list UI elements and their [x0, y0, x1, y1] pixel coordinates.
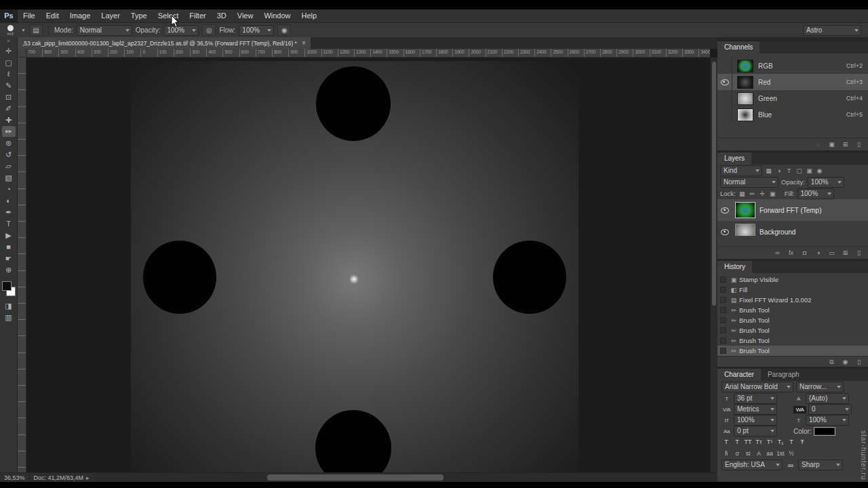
- filter-pixel-icon[interactable]: ▦: [765, 167, 772, 174]
- history-source-checkbox[interactable]: [717, 307, 728, 313]
- marquee-tool[interactable]: ▢: [2, 57, 16, 68]
- menu-3d[interactable]: 3D: [212, 9, 232, 22]
- history-source-checkbox[interactable]: [717, 348, 728, 354]
- contextual-alternates-button[interactable]: σ: [732, 449, 742, 458]
- history-step[interactable]: ◧Fill: [717, 285, 868, 295]
- horizontal-scrollbar-thumb[interactable]: [267, 474, 443, 481]
- visibility-cell[interactable]: [719, 229, 731, 235]
- leading-select[interactable]: (Auto): [806, 393, 849, 404]
- standard-ligatures-button[interactable]: fi: [722, 449, 731, 458]
- zoom-tool[interactable]: ⊕: [2, 264, 16, 275]
- history-source-checkbox[interactable]: [717, 327, 728, 333]
- vertical-scrollbar-thumb[interactable]: [712, 62, 716, 306]
- vertical-scale-field[interactable]: 100%: [734, 415, 777, 426]
- hand-tool[interactable]: ☛: [2, 253, 16, 264]
- discretionary-ligatures-button[interactable]: st: [743, 449, 753, 458]
- font-size-select[interactable]: 36 pt: [734, 393, 777, 404]
- filter-type-icon[interactable]: T: [785, 167, 793, 174]
- tab-layers[interactable]: Layers: [717, 152, 751, 165]
- airbrush-icon[interactable]: ◉: [277, 24, 291, 36]
- filter-shape-icon[interactable]: ▢: [795, 167, 803, 174]
- layer-style-icon[interactable]: fx: [787, 249, 795, 256]
- new-document-from-state-icon[interactable]: ⧉: [828, 359, 835, 366]
- stylistic-alternates-button[interactable]: aa: [765, 449, 774, 458]
- history-source-checkbox[interactable]: [717, 338, 728, 344]
- history-source-checkbox[interactable]: [717, 277, 728, 283]
- history-step[interactable]: ✏Brush Tool: [717, 315, 868, 325]
- visibility-cell[interactable]: [717, 106, 732, 123]
- menu-edit[interactable]: Edit: [41, 9, 64, 22]
- workspace-select[interactable]: Astro: [803, 25, 861, 36]
- brush-tool[interactable]: ✏: [2, 126, 16, 137]
- history-brush-tool[interactable]: ↺: [2, 149, 16, 160]
- lock-position-icon[interactable]: ✛: [759, 190, 766, 197]
- clone-stamp-tool[interactable]: ⊛: [2, 138, 16, 148]
- foreground-color-swatch[interactable]: [2, 281, 12, 291]
- blend-mode-select[interactable]: Normal: [77, 25, 132, 36]
- menu-type[interactable]: Type: [125, 9, 153, 22]
- small-caps-button[interactable]: Tᴛ: [754, 438, 764, 447]
- save-selection-icon[interactable]: ▣: [828, 141, 835, 148]
- pen-tool[interactable]: ✒: [2, 207, 16, 218]
- eraser-tool[interactable]: ▱: [2, 161, 16, 171]
- type-tool[interactable]: T: [2, 218, 16, 229]
- move-tool[interactable]: ✛: [2, 45, 16, 56]
- history-source-checkbox[interactable]: [717, 317, 728, 323]
- fft-image[interactable]: [131, 61, 578, 472]
- tracking-select[interactable]: 0: [808, 404, 852, 415]
- blur-tool[interactable]: ◔: [2, 184, 16, 195]
- flow-select[interactable]: 100%: [239, 25, 274, 36]
- layer-opacity-select[interactable]: 100%: [808, 177, 844, 188]
- new-snapshot-icon[interactable]: ◉: [842, 359, 849, 365]
- opacity-select[interactable]: 100%: [163, 25, 199, 36]
- baseline-shift-field[interactable]: 0 pt: [734, 426, 777, 436]
- crop-tool[interactable]: ⊡: [2, 92, 16, 102]
- underline-button[interactable]: T: [787, 438, 796, 447]
- layer-row[interactable]: Background: [717, 221, 868, 236]
- history-source-checkbox[interactable]: [717, 287, 728, 293]
- superscript-button[interactable]: T¹: [765, 438, 774, 447]
- menu-layer[interactable]: Layer: [96, 9, 125, 22]
- document-info[interactable]: Doc: 41,2M/83,4M ▸: [30, 474, 94, 481]
- new-channel-icon[interactable]: ⊞: [842, 141, 849, 148]
- delete-layer-icon[interactable]: ▯: [855, 249, 863, 256]
- faux-italic-button[interactable]: T: [732, 438, 742, 447]
- faux-bold-button[interactable]: T: [722, 438, 731, 447]
- new-layer-icon[interactable]: ⊞: [842, 249, 849, 256]
- lock-all-icon[interactable]: ▣: [769, 190, 776, 197]
- link-layers-icon[interactable]: ∞: [774, 249, 781, 256]
- history-step[interactable]: ✏Brush Tool: [717, 336, 868, 346]
- strikethrough-button[interactable]: Ŧ: [797, 438, 807, 447]
- delete-channel-icon[interactable]: ▯: [855, 141, 863, 148]
- layer-fill-select[interactable]: 100%: [797, 188, 834, 199]
- zoom-level-field[interactable]: 36,53%: [0, 473, 30, 482]
- status-popup-icon[interactable]: ▸: [86, 474, 90, 481]
- tab-history[interactable]: History: [717, 261, 752, 273]
- shape-tool[interactable]: ■: [2, 241, 16, 252]
- menu-filter[interactable]: Filter: [184, 9, 211, 22]
- kerning-select[interactable]: Metrics: [734, 404, 777, 415]
- screen-mode-button[interactable]: ▥: [2, 312, 16, 323]
- lock-transparency-icon[interactable]: ▦: [738, 190, 746, 197]
- menu-select[interactable]: Select: [153, 9, 184, 22]
- fractions-button[interactable]: ½: [787, 449, 796, 458]
- menu-view[interactable]: View: [232, 9, 259, 22]
- visibility-cell[interactable]: [717, 90, 732, 106]
- menu-image[interactable]: Image: [64, 9, 96, 22]
- layer-filter-select[interactable]: Kind: [720, 165, 762, 176]
- dodge-tool[interactable]: ◐: [2, 195, 16, 206]
- channel-row[interactable]: RedCtrl+3: [717, 74, 868, 90]
- pressure-opacity-icon[interactable]: ◎: [202, 24, 216, 36]
- all-caps-button[interactable]: TT: [743, 438, 753, 447]
- menu-file[interactable]: File: [18, 9, 41, 22]
- swash-button[interactable]: A: [754, 449, 764, 458]
- close-icon[interactable]: ×: [302, 40, 306, 47]
- load-selection-icon[interactable]: ◌: [814, 141, 822, 148]
- adjustment-layer-icon[interactable]: ◑: [814, 249, 822, 256]
- path-selection-tool[interactable]: ▶: [2, 230, 16, 241]
- vertical-scrollbar[interactable]: [710, 58, 717, 472]
- titling-alternates-button[interactable]: 1st: [776, 449, 785, 458]
- delete-state-icon[interactable]: ▯: [855, 359, 863, 365]
- history-step[interactable]: ▣Stamp Visible: [717, 274, 868, 285]
- eyedropper-tool[interactable]: ✐: [2, 103, 16, 114]
